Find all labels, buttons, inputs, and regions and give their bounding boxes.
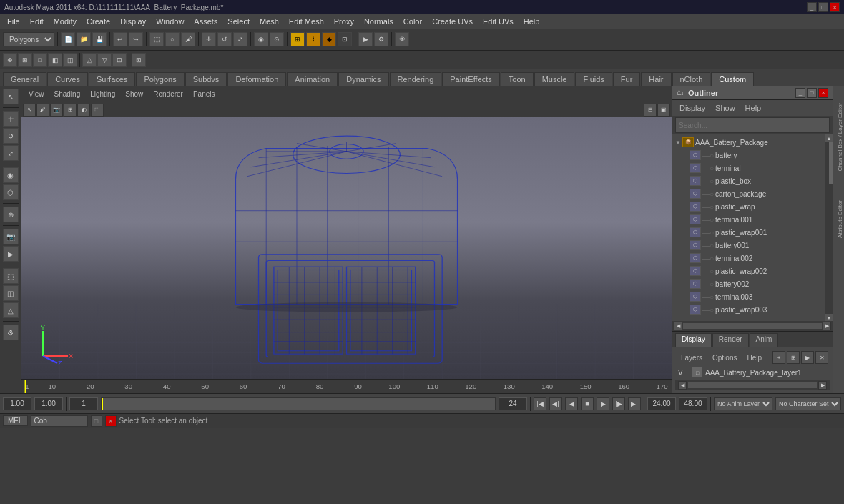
sub-icon-5[interactable]: ◫ xyxy=(63,53,77,67)
lasso-icon[interactable]: ○ xyxy=(165,32,180,46)
menu-file[interactable]: File xyxy=(3,16,24,27)
tree-item-plastic-wrap003[interactable]: ⬡ —○ plastic_wrap003 xyxy=(672,303,825,316)
tab-painteffects[interactable]: PaintEffects xyxy=(442,72,500,86)
end-frame-display[interactable] xyxy=(647,397,676,410)
scroll-up-button[interactable]: ▲ xyxy=(825,134,833,142)
tree-item-carton-package[interactable]: ⬡ —○ carton_package xyxy=(672,187,825,200)
ob-tab-display[interactable]: Display xyxy=(675,333,712,347)
hscroll-track[interactable] xyxy=(683,323,822,329)
outliner-help-menu[interactable]: Help xyxy=(741,102,766,114)
outliner-show-menu[interactable]: Show xyxy=(711,102,740,114)
redo-icon[interactable]: ↪ xyxy=(129,32,143,46)
layers-menu[interactable]: Layers xyxy=(677,353,707,362)
sub-icon-4[interactable]: ◧ xyxy=(48,53,62,67)
sculpt-icon[interactable]: ◉ xyxy=(3,167,19,183)
tree-item-terminal002[interactable]: ⬡ —○ terminal002 xyxy=(672,252,825,265)
outliner-minimize-button[interactable]: _ xyxy=(795,88,805,98)
scale-tool-icon[interactable]: ⤢ xyxy=(3,145,19,161)
view-menu[interactable]: View xyxy=(24,89,49,99)
layer-entry[interactable]: V □ AAA_Battery_Package_layer1 xyxy=(675,365,830,380)
tree-item-root[interactable]: ▼ 📦 AAA_Battery_Package xyxy=(672,136,825,149)
tab-subdvs[interactable]: Subdvs xyxy=(185,72,227,86)
layer-anim-icon[interactable]: ⊞ xyxy=(787,351,800,364)
ob-help-menu[interactable]: Help xyxy=(742,353,766,362)
snap-surface-icon[interactable]: ⊡ xyxy=(338,32,352,46)
tab-muscle[interactable]: Muscle xyxy=(534,72,575,86)
tree-item-plastic-box[interactable]: ⬡ —○ plastic_box xyxy=(672,174,825,187)
menu-modify[interactable]: Modify xyxy=(49,16,81,27)
layer-render-icon[interactable]: ▶ xyxy=(801,351,814,364)
mode-dropdown[interactable]: Polygons xyxy=(3,32,54,46)
snap-curve-icon[interactable]: ⌇ xyxy=(306,32,320,46)
layer-new-icon[interactable]: + xyxy=(772,351,785,364)
menu-create-uvs[interactable]: Create UVs xyxy=(428,16,477,27)
sub-icon-9[interactable]: ⊠ xyxy=(132,53,146,67)
menu-help[interactable]: Help xyxy=(519,16,544,27)
tab-toon[interactable]: Toon xyxy=(501,72,534,86)
menu-normals[interactable]: Normals xyxy=(360,16,398,27)
vp-paint-icon[interactable]: 🖌 xyxy=(36,104,49,117)
tab-fur[interactable]: Fur xyxy=(613,72,641,86)
tab-curves[interactable]: Curves xyxy=(47,72,88,86)
tree-item-battery001[interactable]: ⬡ —○ battery001 xyxy=(672,239,825,252)
vp-shading-icon[interactable]: ◐ xyxy=(77,104,90,117)
hscroll-left-button[interactable]: ◀ xyxy=(674,322,682,330)
tab-deformation[interactable]: Deformation xyxy=(227,72,286,86)
vp-select-mode-icon[interactable]: ↖ xyxy=(23,104,36,117)
rotate-tool-icon[interactable]: ↺ xyxy=(3,128,19,144)
snap-grid-icon[interactable]: ⊞ xyxy=(290,32,305,46)
goto-start-button[interactable]: |◀ xyxy=(534,397,546,410)
vp-view-icon[interactable]: ⊞ xyxy=(64,104,77,117)
menu-select[interactable]: Select xyxy=(223,16,254,27)
open-file-icon[interactable]: 📁 xyxy=(77,32,91,46)
sub-icon-6[interactable]: △ xyxy=(82,53,97,67)
tool-settings-icon[interactable]: ⚙ xyxy=(3,325,19,340)
tab-custom[interactable]: Custom xyxy=(711,72,754,86)
sub-icon-2[interactable]: ⊞ xyxy=(18,53,32,67)
show-hide-icon[interactable]: 👁 xyxy=(395,32,409,46)
outliner-search-input[interactable] xyxy=(676,122,829,129)
tab-fluids[interactable]: Fluids xyxy=(575,72,612,86)
play-fwd-button[interactable]: ▶ xyxy=(597,397,609,410)
menu-display[interactable]: Display xyxy=(116,16,150,27)
show-manip-icon[interactable]: ⊕ xyxy=(3,207,19,222)
outliner-restore-button[interactable]: □ xyxy=(807,88,817,98)
tree-item-battery002[interactable]: ⬡ —○ battery002 xyxy=(672,277,825,290)
script-input[interactable]: Cob xyxy=(31,415,88,427)
ob-tab-anim[interactable]: Anim xyxy=(750,333,779,347)
options-menu[interactable]: Options xyxy=(708,353,741,362)
shading-menu[interactable]: Shading xyxy=(50,89,85,99)
snap-point-icon[interactable]: ◆ xyxy=(322,32,336,46)
lighting-menu[interactable]: Lighting xyxy=(86,89,119,99)
attribute-editor-tab[interactable]: Attribute Editor xyxy=(834,186,844,252)
stop-button[interactable]: ■ xyxy=(581,397,594,410)
close-button[interactable]: × xyxy=(830,2,840,12)
tab-animation[interactable]: Animation xyxy=(287,72,338,86)
range-end-field[interactable] xyxy=(499,397,527,410)
menu-edit[interactable]: Edit xyxy=(26,16,48,27)
sub-icon-3[interactable]: □ xyxy=(33,53,47,67)
paint-skin-icon[interactable]: ⬡ xyxy=(3,184,19,200)
vp-camera-icon[interactable]: 📷 xyxy=(50,104,63,117)
close-script-button[interactable]: × xyxy=(105,415,117,427)
camera-icon[interactable]: 📷 xyxy=(3,229,19,244)
step-fwd-button[interactable]: |▶ xyxy=(612,397,625,410)
tab-hair[interactable]: Hair xyxy=(641,72,671,86)
select-icon[interactable]: ⬚ xyxy=(149,32,164,46)
tree-item-terminal001[interactable]: ⬡ —○ terminal001 xyxy=(672,213,825,226)
goto-end-button[interactable]: ▶| xyxy=(628,397,641,410)
menu-proxy[interactable]: Proxy xyxy=(330,16,358,27)
maximize-button[interactable]: □ xyxy=(818,2,828,12)
render-icon[interactable]: ▶ xyxy=(358,32,373,46)
tree-item-battery[interactable]: ⬡ —○ battery xyxy=(672,149,825,162)
layers-scroll-left[interactable]: ◀ xyxy=(678,381,687,390)
tab-ncloth[interactable]: nCloth xyxy=(672,72,711,86)
tree-item-plastic-wrap002[interactable]: ⬡ —○ plastic_wrap002 xyxy=(672,265,825,277)
layer-delete-icon[interactable]: ✕ xyxy=(815,351,828,364)
menu-window[interactable]: Window xyxy=(152,16,188,27)
sub-icon-1[interactable]: ⊕ xyxy=(3,53,17,67)
new-file-icon[interactable]: 📄 xyxy=(61,32,75,46)
channel-box-tab[interactable]: Channel Box / Layer Editor xyxy=(834,89,844,186)
mesh-smooth-icon[interactable]: ◫ xyxy=(3,285,19,301)
scroll-thumb[interactable] xyxy=(829,142,833,184)
